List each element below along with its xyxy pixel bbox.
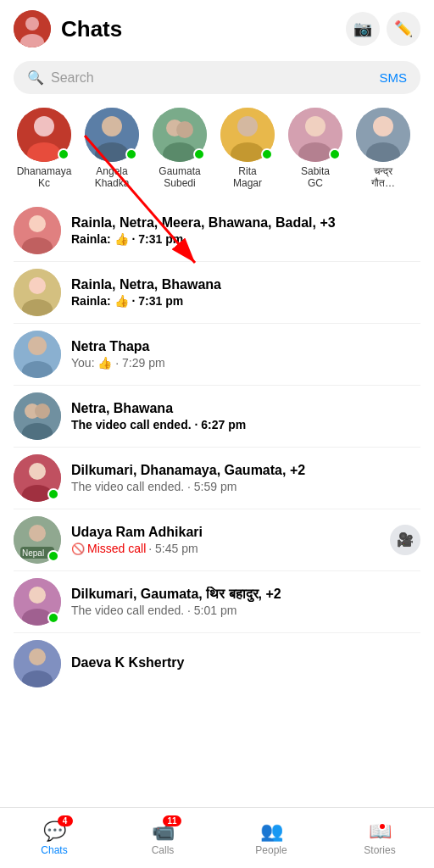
calls-badge: 11: [163, 815, 181, 826]
chat-name-3: Netra, Bhawana: [71, 401, 420, 416]
search-placeholder[interactable]: Search: [51, 70, 379, 86]
chat-info-6: Dilkumari, Gaumata, थिर बहादुर, +2 The v…: [71, 587, 420, 617]
nav-chats-label: Chats: [41, 844, 67, 856]
video-call-button[interactable]: 🎥: [390, 525, 420, 555]
chat-avatar-wrap-5: Nepal: [14, 516, 61, 564]
online-indicator: [58, 148, 70, 160]
nav-people-label: People: [255, 844, 287, 856]
chat-info-4: Dilkumari, Dhanamaya, Gaumata, +2 The vi…: [71, 463, 420, 493]
chat-item-1[interactable]: Rainla, Netra, Bhawana Rainla: 👍 · 7:31 …: [0, 262, 434, 323]
edit-button[interactable]: ✏️: [387, 12, 420, 46]
online-indicator: [329, 148, 341, 160]
chat-item-5[interactable]: Nepal Udaya Ram Adhikari 🚫 Missed call ·…: [0, 509, 434, 570]
chat-preview-5: 🚫 Missed call · 5:45 pm: [71, 542, 383, 556]
chat-info-1: Rainla, Netra, Bhawana Rainla: 👍 · 7:31 …: [71, 277, 420, 308]
calls-icon: 📹 11: [152, 821, 175, 843]
svg-text:Nepal: Nepal: [22, 548, 44, 558]
stories-icon: 📖: [369, 821, 392, 843]
svg-point-25: [29, 215, 46, 232]
story-item-sabita[interactable]: SabitaGC: [281, 108, 349, 190]
chat-preview-6: The video call ended. · 5:01 pm: [71, 604, 420, 617]
story-item-angela[interactable]: AngelaKhadka: [78, 108, 146, 190]
chat-item-6[interactable]: Dilkumari, Gaumata, थिर बहादुर, +2 The v…: [0, 571, 434, 632]
chat-avatar-wrap-0: [14, 207, 61, 254]
chat-right-5: 🎥: [390, 525, 420, 555]
search-bar[interactable]: 🔍 Search SMS: [14, 61, 420, 94]
chat-info-2: Netra Thapa You: 👍 · 7:29 pm: [71, 339, 420, 370]
chats-badge: 4: [58, 815, 73, 826]
svg-point-43: [29, 525, 46, 542]
nav-chats[interactable]: 💬 4 Chats: [0, 808, 108, 868]
page-title: Chats: [61, 16, 346, 42]
chat-avatar-wrap-7: [14, 640, 61, 687]
online-indicator: [125, 148, 137, 160]
chat-avatar-0: [14, 207, 61, 254]
user-avatar[interactable]: [14, 10, 51, 47]
nav-stories[interactable]: 📖 Stories: [326, 808, 434, 868]
chat-avatar-wrap-1: [14, 269, 61, 316]
chat-item-2[interactable]: Netra Thapa You: 👍 · 7:29 pm: [0, 324, 434, 385]
chat-item-7[interactable]: Daeva K Kshertry: [0, 633, 434, 691]
chat-name-6: Dilkumari, Gaumata, थिर बहादुर, +2: [71, 587, 420, 602]
search-icon: 🔍: [27, 70, 44, 86]
nav-calls[interactable]: 📹 11 Calls: [108, 808, 217, 868]
online-indicator: [193, 148, 205, 160]
missed-call-time: · 5:45 pm: [148, 542, 198, 555]
story-name-gaumata: GaumataSubedi: [159, 165, 200, 190]
chat-info-3: Netra, Bhawana The video call ended. · 6…: [71, 401, 420, 431]
sms-button[interactable]: SMS: [379, 70, 407, 85]
chat-name-1: Rainla, Netra, Bhawana: [71, 277, 420, 292]
story-item-gaumata[interactable]: GaumataSubedi: [146, 108, 214, 190]
story-name-dhanamaya: DhanamayaKc: [17, 165, 72, 190]
svg-point-48: [29, 648, 46, 665]
chat-name-0: Rainla, Netra, Meera, Bhawana, Badal, +3: [71, 215, 420, 231]
header: Chats 📷 ✏️: [0, 0, 434, 58]
camera-button[interactable]: 📷: [346, 12, 380, 46]
chat-item-3[interactable]: Netra, Bhawana The video call ended. · 6…: [0, 386, 434, 447]
online-indicator: [261, 148, 273, 160]
chat-name-5: Udaya Ram Adhikari: [71, 525, 383, 540]
story-avatar-wrap-sabita: [288, 108, 342, 162]
story-item-rita[interactable]: RitaMagar: [214, 108, 281, 190]
chat-info-5: Udaya Ram Adhikari 🚫 Missed call · 5:45 …: [71, 525, 383, 556]
svg-point-20: [373, 116, 393, 136]
camera-icon: 📷: [353, 19, 372, 38]
nav-people[interactable]: 👥 People: [217, 808, 326, 868]
online-indicator: [47, 488, 59, 500]
chat-preview-1: Rainla: 👍 · 7:31 pm: [71, 294, 420, 308]
chat-name-4: Dilkumari, Dhanamaya, Gaumata, +2: [71, 463, 420, 478]
chat-avatar-1: [14, 269, 61, 316]
svg-point-28: [29, 277, 46, 294]
svg-point-31: [28, 337, 47, 355]
bottom-nav: 💬 4 Chats 📹 11 Calls 👥 People 📖 Stories: [0, 807, 434, 868]
chat-avatar-3: [14, 392, 61, 440]
chat-avatar-2: [14, 331, 61, 378]
chat-preview-2: You: 👍 · 7:29 pm: [71, 356, 420, 370]
svg-point-45: [29, 587, 46, 604]
svg-point-14: [237, 116, 258, 136]
chat-avatar-wrap-6: [14, 578, 61, 626]
story-name-sabita: SabitaGC: [301, 165, 330, 190]
chat-avatar-wrap-2: [14, 331, 61, 378]
chat-preview-0: Rainla: 👍 · 7:31 pm: [71, 232, 420, 246]
chat-preview-3: The video call ended. · 6:27 pm: [71, 418, 420, 431]
chat-list: Rainla, Netra, Meera, Bhawana, Badal, +3…: [0, 200, 434, 691]
story-item-chandra[interactable]: चन्द्रगौत…: [349, 108, 417, 190]
svg-point-11: [176, 121, 193, 138]
chat-item-0[interactable]: Rainla, Netra, Meera, Bhawana, Badal, +3…: [0, 200, 434, 261]
chat-name-7: Daeva K Kshertry: [71, 655, 420, 670]
chat-avatar-wrap-3: [14, 392, 61, 440]
stories-row: DhanamayaKc AngelaKhadka: [0, 104, 434, 200]
nav-calls-label: Calls: [152, 844, 175, 856]
chat-item-4[interactable]: Dilkumari, Dhanamaya, Gaumata, +2 The vi…: [0, 448, 434, 509]
people-icon: 👥: [260, 821, 283, 843]
video-icon: 🎥: [397, 531, 414, 548]
story-name-rita: RitaMagar: [233, 165, 262, 190]
svg-point-4: [34, 116, 54, 136]
stories-dot: [378, 822, 387, 831]
story-avatar-wrap-rita: [220, 108, 275, 162]
story-item-dhanamaya[interactable]: DhanamayaKc: [10, 108, 78, 190]
missed-call-label: Missed call: [87, 542, 146, 555]
chats-icon: 💬 4: [43, 821, 66, 843]
story-avatar-wrap-dhanamaya: [17, 108, 71, 162]
